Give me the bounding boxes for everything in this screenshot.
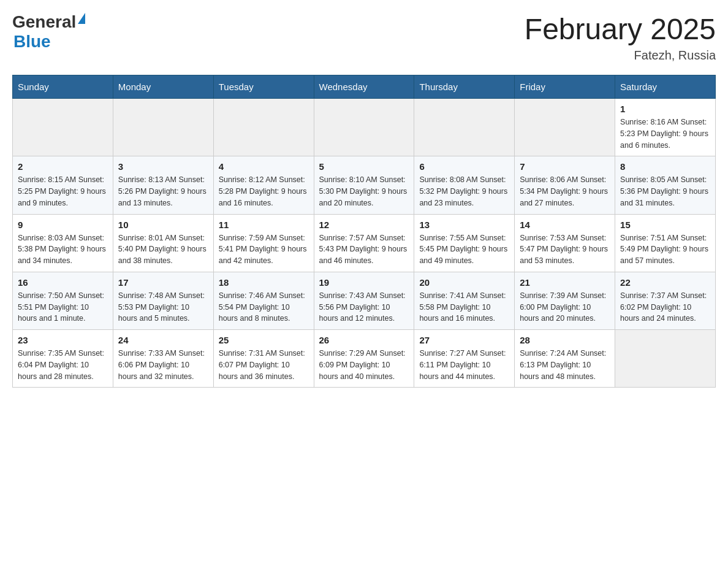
day-number: 27: [419, 335, 509, 345]
day-info: Sunrise: 7:31 AM Sunset: 6:07 PM Dayligh…: [219, 348, 309, 382]
day-info: Sunrise: 7:50 AM Sunset: 5:51 PM Dayligh…: [18, 290, 108, 324]
col-tuesday: Tuesday: [213, 75, 314, 99]
day-number: 13: [419, 220, 509, 230]
day-number: 25: [219, 335, 309, 345]
month-title: February 2025: [525, 12, 716, 46]
day-number: 12: [319, 220, 409, 230]
calendar-week-5: 23Sunrise: 7:35 AM Sunset: 6:04 PM Dayli…: [13, 330, 716, 388]
calendar-cell: 12Sunrise: 7:57 AM Sunset: 5:43 PM Dayli…: [314, 214, 414, 272]
day-number: 17: [118, 277, 208, 288]
calendar-cell: 3Sunrise: 8:13 AM Sunset: 5:26 PM Daylig…: [113, 156, 213, 214]
calendar-cell: 8Sunrise: 8:05 AM Sunset: 5:36 PM Daylig…: [615, 156, 716, 214]
day-number: 26: [319, 335, 409, 345]
calendar-cell: [414, 99, 515, 156]
day-number: 1: [620, 104, 710, 114]
day-info: Sunrise: 7:35 AM Sunset: 6:04 PM Dayligh…: [18, 348, 108, 382]
day-info: Sunrise: 7:57 AM Sunset: 5:43 PM Dayligh…: [319, 232, 409, 267]
calendar-cell: 23Sunrise: 7:35 AM Sunset: 6:04 PM Dayli…: [13, 330, 113, 388]
calendar-cell: [213, 99, 314, 156]
calendar-header-row: Sunday Monday Tuesday Wednesday Thursday…: [13, 75, 716, 99]
day-number: 8: [620, 161, 710, 172]
page-header: General Blue February 2025 Fatezh, Russi…: [12, 12, 716, 63]
calendar-cell: 21Sunrise: 7:39 AM Sunset: 6:00 PM Dayli…: [515, 272, 615, 329]
calendar-cell: 2Sunrise: 8:15 AM Sunset: 5:25 PM Daylig…: [13, 156, 113, 214]
day-info: Sunrise: 7:27 AM Sunset: 6:11 PM Dayligh…: [419, 348, 509, 382]
day-info: Sunrise: 7:41 AM Sunset: 5:58 PM Dayligh…: [419, 290, 509, 324]
calendar-cell: 18Sunrise: 7:46 AM Sunset: 5:54 PM Dayli…: [213, 272, 314, 329]
day-info: Sunrise: 8:10 AM Sunset: 5:30 PM Dayligh…: [319, 174, 409, 209]
day-number: 22: [620, 277, 710, 288]
calendar-cell: [314, 99, 414, 156]
calendar-cell: 5Sunrise: 8:10 AM Sunset: 5:30 PM Daylig…: [314, 156, 414, 214]
logo-general-text: General: [12, 12, 76, 32]
day-info: Sunrise: 7:48 AM Sunset: 5:53 PM Dayligh…: [118, 290, 208, 324]
day-info: Sunrise: 8:16 AM Sunset: 5:23 PM Dayligh…: [620, 117, 710, 151]
col-monday: Monday: [113, 75, 213, 99]
calendar-week-4: 16Sunrise: 7:50 AM Sunset: 5:51 PM Dayli…: [13, 272, 716, 329]
day-number: 2: [18, 161, 108, 172]
day-info: Sunrise: 7:55 AM Sunset: 5:45 PM Dayligh…: [419, 232, 509, 267]
calendar-cell: 24Sunrise: 7:33 AM Sunset: 6:06 PM Dayli…: [113, 330, 213, 388]
col-wednesday: Wednesday: [314, 75, 414, 99]
day-info: Sunrise: 7:24 AM Sunset: 6:13 PM Dayligh…: [520, 348, 610, 382]
day-number: 24: [118, 335, 208, 345]
day-number: 16: [18, 277, 108, 288]
day-number: 18: [219, 277, 309, 288]
calendar-cell: [615, 330, 716, 388]
calendar-cell: 26Sunrise: 7:29 AM Sunset: 6:09 PM Dayli…: [314, 330, 414, 388]
calendar-cell: 28Sunrise: 7:24 AM Sunset: 6:13 PM Dayli…: [515, 330, 615, 388]
day-number: 9: [18, 220, 108, 230]
day-number: 23: [18, 335, 108, 345]
day-info: Sunrise: 7:46 AM Sunset: 5:54 PM Dayligh…: [219, 290, 309, 324]
calendar-cell: 1Sunrise: 8:16 AM Sunset: 5:23 PM Daylig…: [615, 99, 716, 156]
col-sunday: Sunday: [13, 75, 113, 99]
day-number: 14: [520, 220, 610, 230]
calendar-cell: 10Sunrise: 8:01 AM Sunset: 5:40 PM Dayli…: [113, 214, 213, 272]
calendar-cell: 13Sunrise: 7:55 AM Sunset: 5:45 PM Dayli…: [414, 214, 515, 272]
day-number: 7: [520, 161, 610, 172]
logo-triangle-icon: [78, 13, 85, 24]
day-number: 5: [319, 161, 409, 172]
day-info: Sunrise: 7:37 AM Sunset: 6:02 PM Dayligh…: [620, 290, 710, 324]
day-number: 10: [118, 220, 208, 230]
day-number: 15: [620, 220, 710, 230]
calendar-cell: 4Sunrise: 8:12 AM Sunset: 5:28 PM Daylig…: [213, 156, 314, 214]
day-number: 4: [219, 161, 309, 172]
day-info: Sunrise: 8:01 AM Sunset: 5:40 PM Dayligh…: [118, 232, 208, 267]
calendar-cell: 16Sunrise: 7:50 AM Sunset: 5:51 PM Dayli…: [13, 272, 113, 329]
day-number: 20: [419, 277, 509, 288]
day-number: 3: [118, 161, 208, 172]
day-number: 21: [520, 277, 610, 288]
day-info: Sunrise: 8:08 AM Sunset: 5:32 PM Dayligh…: [419, 174, 509, 209]
day-info: Sunrise: 7:43 AM Sunset: 5:56 PM Dayligh…: [319, 290, 409, 324]
calendar-cell: [13, 99, 113, 156]
day-info: Sunrise: 7:53 AM Sunset: 5:47 PM Dayligh…: [520, 232, 610, 267]
day-number: 11: [219, 220, 309, 230]
col-saturday: Saturday: [615, 75, 716, 99]
day-info: Sunrise: 8:06 AM Sunset: 5:34 PM Dayligh…: [520, 174, 610, 209]
calendar-cell: 27Sunrise: 7:27 AM Sunset: 6:11 PM Dayli…: [414, 330, 515, 388]
day-info: Sunrise: 8:15 AM Sunset: 5:25 PM Dayligh…: [18, 174, 108, 209]
day-number: 19: [319, 277, 409, 288]
day-info: Sunrise: 7:39 AM Sunset: 6:00 PM Dayligh…: [520, 290, 610, 324]
calendar-cell: 17Sunrise: 7:48 AM Sunset: 5:53 PM Dayli…: [113, 272, 213, 329]
calendar-cell: [113, 99, 213, 156]
calendar-cell: 11Sunrise: 7:59 AM Sunset: 5:41 PM Dayli…: [213, 214, 314, 272]
calendar-cell: 25Sunrise: 7:31 AM Sunset: 6:07 PM Dayli…: [213, 330, 314, 388]
calendar-week-2: 2Sunrise: 8:15 AM Sunset: 5:25 PM Daylig…: [13, 156, 716, 214]
calendar-cell: 22Sunrise: 7:37 AM Sunset: 6:02 PM Dayli…: [615, 272, 716, 329]
day-info: Sunrise: 8:13 AM Sunset: 5:26 PM Dayligh…: [118, 174, 208, 209]
day-info: Sunrise: 7:29 AM Sunset: 6:09 PM Dayligh…: [319, 348, 409, 382]
col-friday: Friday: [515, 75, 615, 99]
calendar-week-1: 1Sunrise: 8:16 AM Sunset: 5:23 PM Daylig…: [13, 99, 716, 156]
calendar-cell: 7Sunrise: 8:06 AM Sunset: 5:34 PM Daylig…: [515, 156, 615, 214]
calendar-cell: 9Sunrise: 8:03 AM Sunset: 5:38 PM Daylig…: [13, 214, 113, 272]
calendar-table: Sunday Monday Tuesday Wednesday Thursday…: [12, 75, 716, 388]
day-number: 28: [520, 335, 610, 345]
day-info: Sunrise: 8:05 AM Sunset: 5:36 PM Dayligh…: [620, 174, 710, 209]
logo-blue-text: Blue: [13, 32, 85, 52]
calendar-cell: 6Sunrise: 8:08 AM Sunset: 5:32 PM Daylig…: [414, 156, 515, 214]
day-info: Sunrise: 7:51 AM Sunset: 5:49 PM Dayligh…: [620, 232, 710, 267]
day-info: Sunrise: 7:33 AM Sunset: 6:06 PM Dayligh…: [118, 348, 208, 382]
day-number: 6: [419, 161, 509, 172]
